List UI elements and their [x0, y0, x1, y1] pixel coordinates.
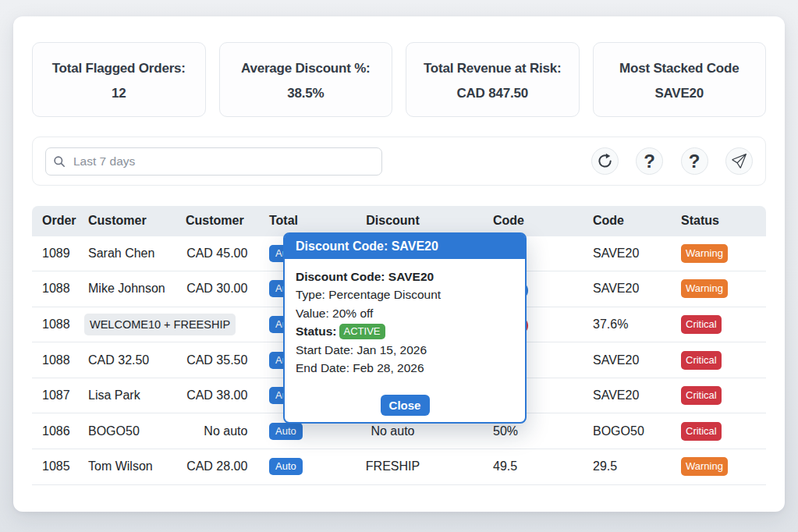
refresh-icon [597, 153, 613, 169]
discount-cell: FRESHIP [344, 459, 442, 473]
total-cell: Auto [258, 458, 344, 475]
stat-card-average-discount: Average Discount %: 38.5% [219, 42, 393, 117]
customer-cell: WELCOME10 + FREESHIP [79, 314, 258, 335]
col-header-status: Status [672, 214, 766, 228]
stat-value: CAD 847.50 [456, 81, 528, 106]
status-cell: Critical [672, 422, 766, 441]
customer2-cell: CAD 30.00 [177, 282, 258, 296]
stat-label: Most Stacked Code [619, 56, 739, 81]
table-header-row: Order Customer Customer Total Discount C… [32, 206, 766, 236]
status-cell: Warning [672, 457, 766, 476]
modal-code-line: Discount Code: SAVE20 [296, 268, 514, 286]
code2-cell[interactable]: 29.5 [582, 459, 672, 473]
modal-status-line: Status:ACTIVE [296, 322, 514, 341]
stat-label: Average Discount %: [241, 56, 371, 81]
col-header-customer: Customer [79, 214, 177, 228]
close-button[interactable]: Close [381, 395, 430, 416]
order-cell: 1088 [32, 282, 79, 296]
table-row: 1085 Tom Wilson CAD 28.00 Auto FRESHIP 4… [32, 449, 766, 485]
customer-cell: Mike Johnson [79, 282, 177, 296]
status-cell: Critical [672, 386, 766, 405]
send-icon [732, 154, 747, 168]
status-badge: Critical [681, 315, 722, 334]
search-input[interactable] [45, 147, 382, 176]
status-cell: Warning [672, 279, 766, 298]
customer-cell: Tom Wilson [79, 459, 177, 473]
stat-label: Total Flagged Orders: [52, 56, 186, 81]
question-mark-icon: ? [644, 151, 655, 172]
stat-value: SAVE20 [654, 81, 704, 106]
col-header-order: Order [32, 214, 79, 228]
auto-badge: Auto [269, 423, 303, 440]
stat-card-revenue-at-risk: Total Revenue at Risk: CAD 847.50 [406, 42, 580, 117]
status-badge: Critical [681, 386, 722, 405]
order-cell: 1089 [32, 246, 79, 261]
toolbar: ? ? [32, 137, 766, 186]
col-header-code2: Code [582, 214, 672, 228]
help-button-2[interactable]: ? [681, 147, 708, 175]
discount-cell: No auto [344, 424, 442, 438]
stacked-codes-pill: WELCOME10 + FREESHIP [84, 314, 236, 335]
col-header-total: Total [258, 214, 344, 228]
modal-title: Discount Code: SAVE20 [285, 234, 525, 259]
status-badge: Warning [681, 279, 728, 298]
modal-value-line: Value: 20% off [296, 304, 514, 323]
code-cell: 49.5 [442, 459, 582, 473]
code2-cell[interactable]: SAVE20 [582, 246, 672, 261]
modal-start-date-line: Start Date: Jan 15, 2026 [296, 341, 514, 360]
modal-status-label: Status: [296, 325, 337, 338]
customer2-cell: CAD 38.00 [177, 388, 258, 403]
total-cell: Auto [258, 423, 344, 440]
customer2-cell: CAD 45.00 [177, 246, 258, 261]
refresh-button[interactable] [591, 147, 619, 175]
modal-type-line: Type: Percentage Discount [296, 286, 514, 304]
modal-end-date-line: End Date: Feb 28, 2026 [296, 359, 514, 378]
active-status-badge: ACTIVE [339, 324, 385, 339]
stat-label: Total Revenue at Risk: [424, 56, 562, 81]
status-badge: Warning [681, 457, 728, 476]
stat-value: 12 [112, 81, 126, 106]
order-cell: 1086 [32, 424, 79, 438]
code2-cell[interactable]: SAVE20 [582, 353, 672, 367]
code2-cell[interactable]: SAVE20 [582, 388, 672, 403]
customer-cell: CAD 32.50 [79, 353, 177, 367]
customer-cell: BOGO50 [79, 424, 177, 438]
customer-cell: Sarah Chen [79, 246, 177, 261]
stats-row: Total Flagged Orders: 12 Average Discoun… [32, 42, 766, 117]
customer2-cell: CAD 35.50 [177, 353, 258, 367]
help-button-1[interactable]: ? [636, 147, 663, 175]
customer2-cell: No auto [177, 424, 258, 438]
modal-body: Discount Code: SAVE20 Type: Percentage D… [285, 259, 525, 422]
col-header-customer2: Customer [177, 214, 258, 228]
order-cell: 1088 [32, 317, 79, 332]
customer2-cell: CAD 28.00 [177, 459, 258, 473]
col-header-code: Code [442, 214, 582, 228]
stat-card-most-stacked-code: Most Stacked Code SAVE20 [593, 42, 767, 117]
discount-code-modal: Discount Code: SAVE20 Discount Code: SAV… [283, 232, 527, 424]
code2-cell[interactable]: BOGO50 [582, 424, 672, 438]
code2-cell[interactable]: 37.6% [582, 317, 672, 332]
stat-card-flagged-orders: Total Flagged Orders: 12 [32, 42, 206, 117]
status-cell: Critical [672, 351, 766, 370]
stat-value: 38.5% [287, 81, 324, 106]
status-badge: Critical [681, 422, 722, 441]
customer-cell: Lisa Park [79, 388, 177, 403]
send-button[interactable] [725, 147, 753, 175]
question-mark-icon: ? [689, 151, 700, 172]
order-cell: 1087 [32, 388, 79, 403]
col-header-discount: Discount [344, 214, 442, 228]
auto-badge: Auto [269, 458, 303, 475]
code-cell: 50% [442, 424, 582, 438]
order-cell: 1088 [32, 353, 79, 367]
status-cell: Critical [672, 315, 766, 334]
status-badge: Critical [681, 351, 722, 370]
status-badge: Warning [681, 244, 728, 263]
search-icon [53, 155, 66, 168]
status-cell: Warning [672, 244, 766, 263]
code2-cell[interactable]: SAVE20 [582, 282, 672, 296]
order-cell: 1085 [32, 459, 79, 473]
